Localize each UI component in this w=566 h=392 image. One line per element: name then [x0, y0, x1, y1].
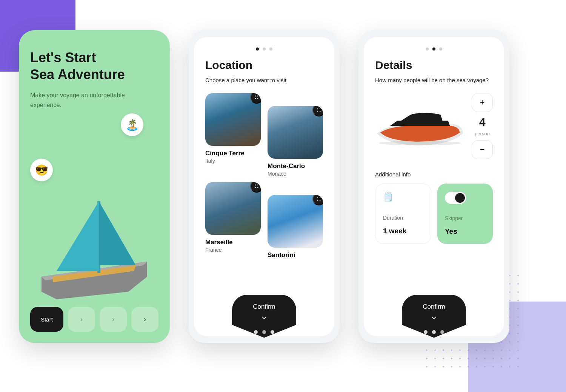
- svg-point-6: [255, 95, 256, 96]
- onboarding-illustration: 🏝️ 😎: [30, 113, 158, 307]
- toggle-knob: [455, 193, 465, 203]
- location-name: Marseille: [205, 239, 261, 246]
- duration-card[interactable]: 🗒️ Duration 1 week: [375, 184, 431, 244]
- skipper-label: Skipper: [445, 215, 485, 221]
- skipper-value: Yes: [445, 227, 485, 236]
- minus-icon: −: [480, 145, 485, 155]
- location-title: Location: [205, 59, 323, 72]
- location-photo: [268, 106, 323, 159]
- svg-point-7: [257, 95, 258, 96]
- location-card-marseille[interactable]: Marseille France: [205, 182, 261, 260]
- pager-dot: [263, 47, 266, 51]
- svg-point-16: [255, 187, 256, 188]
- chevron-right-icon: ›: [112, 315, 114, 323]
- chevron-right-icon: ›: [80, 315, 83, 323]
- screen-details: Details How many people will be on the s…: [358, 30, 509, 343]
- chevron-down-icon: [431, 314, 437, 321]
- onboarding-title: Let's Start Sea Adventure: [30, 49, 158, 83]
- duration-label: Duration: [383, 215, 423, 221]
- notepad-icon: 🗒️: [383, 192, 423, 202]
- location-name: Monte-Carlo: [268, 162, 323, 170]
- grip-dots-icon: [316, 196, 322, 202]
- svg-point-18: [317, 197, 318, 198]
- pager-dot: [271, 330, 274, 334]
- skipper-toggle[interactable]: [445, 192, 466, 204]
- pager-dot: [426, 47, 429, 51]
- additional-info-label: Additional info: [375, 171, 493, 178]
- duration-value: 1 week: [383, 227, 423, 235]
- add-location-button[interactable]: [312, 106, 323, 116]
- people-unit: person: [475, 131, 490, 136]
- svg-point-13: [320, 111, 320, 112]
- people-count: 4: [479, 116, 486, 129]
- chevron-right-icon: ›: [144, 315, 146, 323]
- step-next-2[interactable]: ›: [100, 307, 127, 332]
- speedboat-icon: [375, 101, 465, 150]
- confirm-label: Confirm: [253, 303, 275, 311]
- plus-icon: +: [480, 98, 485, 107]
- svg-point-17: [257, 187, 258, 188]
- pager-bottom: [424, 330, 444, 334]
- pager-dot: [269, 47, 272, 51]
- pager-top: [375, 47, 493, 51]
- step-next-1[interactable]: ›: [68, 307, 95, 332]
- bubble-cool-icon: 😎: [30, 159, 53, 181]
- add-location-button[interactable]: [250, 182, 261, 193]
- svg-point-11: [320, 108, 320, 109]
- screen-location: Location Choose a place you want to visi…: [189, 30, 340, 343]
- location-card-monte-carlo[interactable]: Monte-Carlo Monaco: [268, 106, 323, 177]
- location-card-santorini[interactable]: Santorini: [268, 195, 323, 260]
- pager-dot: [256, 47, 259, 51]
- pager-dot: [439, 47, 442, 51]
- skipper-card[interactable]: Skipper Yes: [437, 184, 493, 244]
- location-country: Italy: [205, 158, 261, 164]
- details-title: Details: [375, 59, 493, 72]
- svg-point-9: [257, 98, 258, 99]
- pager-dot: [432, 330, 436, 334]
- decrement-button[interactable]: −: [472, 140, 493, 159]
- pager-dot: [440, 330, 444, 334]
- location-name: Cinque Terre: [205, 150, 261, 157]
- svg-point-15: [257, 184, 258, 185]
- svg-marker-4: [57, 201, 99, 271]
- location-name: Santorini: [268, 251, 323, 259]
- location-photo: [205, 93, 261, 146]
- grip-dots-icon: [254, 183, 260, 189]
- chevron-down-icon: [261, 314, 268, 321]
- location-subtitle: Choose a place you want to visit: [205, 76, 323, 85]
- confirm-label: Confirm: [423, 303, 445, 311]
- svg-point-10: [317, 108, 318, 109]
- location-photo: [268, 195, 323, 248]
- screen-onboarding: Let's Start Sea Adventure Make your voya…: [19, 30, 170, 343]
- svg-point-12: [317, 111, 318, 112]
- add-location-button[interactable]: [250, 93, 261, 104]
- svg-point-19: [320, 197, 320, 198]
- pager-dot: [254, 330, 258, 334]
- pager-bottom: [254, 330, 274, 334]
- svg-marker-5: [99, 201, 136, 265]
- sailboat-icon: [30, 186, 158, 299]
- svg-point-8: [255, 98, 256, 99]
- grip-dots-icon: [254, 94, 260, 100]
- onboarding-subtitle: Make your voyage an unforgettable experi…: [30, 90, 143, 110]
- details-subtitle: How many people will be on the sea voyag…: [375, 76, 493, 85]
- svg-point-14: [255, 184, 256, 185]
- grip-dots-icon: [316, 107, 322, 113]
- pager-dot: [432, 47, 435, 51]
- location-country: France: [205, 247, 261, 253]
- svg-point-21: [320, 200, 320, 201]
- start-button[interactable]: Start: [30, 307, 63, 332]
- location-card-cinque-terre[interactable]: Cinque Terre Italy: [205, 93, 261, 177]
- add-location-button[interactable]: [312, 195, 323, 205]
- svg-point-20: [317, 200, 318, 201]
- bubble-palm-icon: 🏝️: [121, 113, 143, 136]
- increment-button[interactable]: +: [472, 93, 493, 112]
- step-next-3[interactable]: ›: [131, 307, 158, 332]
- svg-point-22: [379, 141, 461, 145]
- pager-dot: [424, 330, 428, 334]
- location-country: Monaco: [268, 171, 323, 177]
- location-photo: [205, 182, 261, 235]
- pager-top: [205, 47, 323, 51]
- pager-dot: [262, 330, 266, 334]
